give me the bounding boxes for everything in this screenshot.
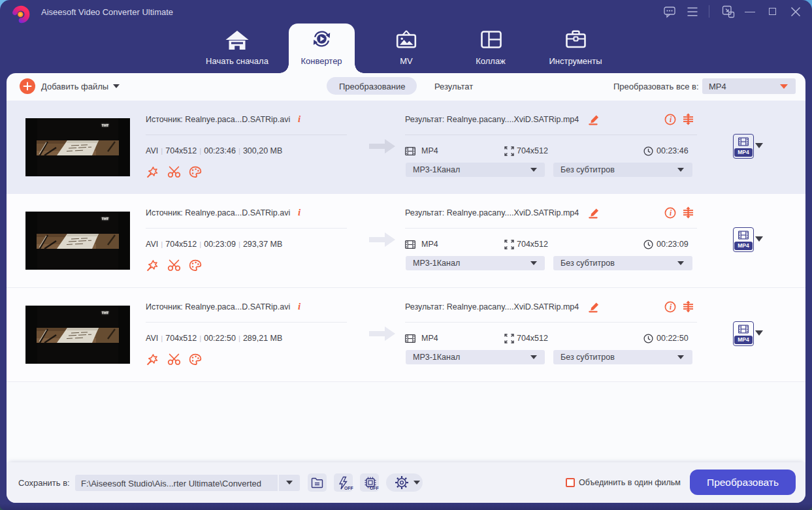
- svg-text:OFF: OFF: [344, 486, 353, 490]
- svg-text:тнт: тнт: [101, 310, 109, 315]
- svg-text:i: i: [670, 303, 672, 311]
- svg-text:OFF: OFF: [370, 486, 379, 490]
- svg-text:i: i: [670, 116, 672, 123]
- svg-text:тнт: тнт: [101, 216, 109, 221]
- svg-text:i: i: [670, 209, 672, 217]
- svg-text:тнт: тнт: [101, 123, 109, 127]
